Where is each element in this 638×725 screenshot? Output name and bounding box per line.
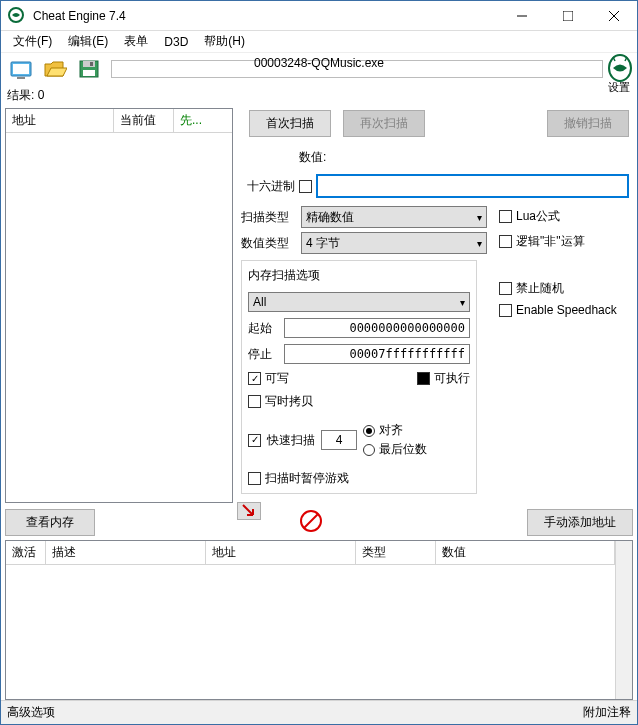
open-process-button[interactable] xyxy=(5,55,37,83)
menu-help[interactable]: 帮助(H) xyxy=(196,31,253,52)
align-label: 对齐 xyxy=(379,422,403,439)
fast-scan-label: 快速扫描 xyxy=(267,432,315,449)
view-memory-button[interactable]: 查看内存 xyxy=(5,509,95,536)
start-address-input[interactable] xyxy=(284,318,470,338)
disable-random-checkbox[interactable] xyxy=(499,282,512,295)
last-digits-radio[interactable] xyxy=(363,444,375,456)
value-input[interactable] xyxy=(316,174,629,198)
advanced-options-link[interactable]: 高级选项 xyxy=(7,704,55,721)
mem-options-title: 内存扫描选项 xyxy=(248,267,470,284)
menu-table[interactable]: 表单 xyxy=(116,31,156,52)
address-table-header: 激活 描述 地址 类型 数值 xyxy=(6,541,615,565)
address-table-body xyxy=(6,565,615,699)
th-desc[interactable]: 描述 xyxy=(46,541,206,564)
pause-game-label: 扫描时暂停游戏 xyxy=(265,470,349,487)
col-previous[interactable]: 先... xyxy=(174,109,232,132)
th-active[interactable]: 激活 xyxy=(6,541,46,564)
not-label: 逻辑"非"运算 xyxy=(516,233,585,250)
chevron-down-icon: ▾ xyxy=(477,238,482,249)
window-title: Cheat Engine 7.4 xyxy=(33,9,499,23)
results-list-body xyxy=(6,133,232,502)
scan-type-select[interactable]: 精确数值 ▾ xyxy=(301,206,487,228)
pause-game-checkbox[interactable] xyxy=(248,472,261,485)
svg-rect-6 xyxy=(13,64,29,74)
col-current[interactable]: 当前值 xyxy=(114,109,174,132)
chevron-down-icon: ▾ xyxy=(477,212,482,223)
hex-label: 十六进制 xyxy=(241,178,295,195)
undo-scan-button: 撤销扫描 xyxy=(547,110,629,137)
mem-region-select[interactable]: All ▾ xyxy=(248,292,470,312)
menubar: 文件(F) 编辑(E) 表单 D3D 帮助(H) xyxy=(1,31,637,53)
table-scrollbar[interactable] xyxy=(615,541,632,699)
th-address[interactable]: 地址 xyxy=(206,541,356,564)
not-checkbox[interactable] xyxy=(499,235,512,248)
start-label: 起始 xyxy=(248,320,278,337)
menu-edit[interactable]: 编辑(E) xyxy=(60,31,116,52)
lua-checkbox[interactable] xyxy=(499,210,512,223)
value-type-select[interactable]: 4 字节 ▾ xyxy=(301,232,487,254)
memory-scan-options: 内存扫描选项 All ▾ 起始 停止 xyxy=(241,260,477,494)
svg-line-14 xyxy=(304,514,318,528)
minimize-button[interactable] xyxy=(499,1,545,31)
writable-label: 可写 xyxy=(265,370,289,387)
scan-type-label: 扫描类型 xyxy=(241,209,295,226)
main-area: 地址 当前值 先... 首次扫描 再次扫描 撤销扫描 数值: 十六进制 扫描类型 xyxy=(1,106,637,505)
value-type-label: 数值类型 xyxy=(241,235,295,252)
menu-d3d[interactable]: D3D xyxy=(156,33,196,51)
results-list[interactable]: 地址 当前值 先... xyxy=(5,108,233,503)
lua-label: Lua公式 xyxy=(516,208,560,225)
col-address[interactable]: 地址 xyxy=(6,109,114,132)
copy-on-write-checkbox[interactable] xyxy=(248,395,261,408)
th-value[interactable]: 数值 xyxy=(436,541,615,564)
svg-rect-10 xyxy=(90,62,93,66)
titlebar: Cheat Engine 7.4 xyxy=(1,1,637,31)
svg-rect-2 xyxy=(563,11,573,21)
results-list-header: 地址 当前值 先... xyxy=(6,109,232,133)
value-label: 数值: xyxy=(299,149,326,166)
last-digits-label: 最后位数 xyxy=(379,441,427,458)
fast-scan-value-input[interactable] xyxy=(321,430,357,450)
svg-rect-7 xyxy=(17,77,25,79)
process-name-label: 00003248-QQMusic.exe xyxy=(254,56,384,70)
open-file-button[interactable] xyxy=(39,55,71,83)
settings-link[interactable]: 设置 xyxy=(608,80,630,95)
add-address-manual-button[interactable]: 手动添加地址 xyxy=(527,509,633,536)
executable-checkbox[interactable] xyxy=(417,372,430,385)
stop-label: 停止 xyxy=(248,346,278,363)
svg-rect-9 xyxy=(83,61,95,67)
align-radio[interactable] xyxy=(363,425,375,437)
th-type[interactable]: 类型 xyxy=(356,541,436,564)
save-button[interactable] xyxy=(73,55,105,83)
svg-rect-11 xyxy=(83,70,95,76)
copy-on-write-label: 写时拷贝 xyxy=(265,393,313,410)
no-symbol-icon xyxy=(299,522,323,536)
stop-address-input[interactable] xyxy=(284,344,470,364)
disable-random-label: 禁止随机 xyxy=(516,280,564,297)
chevron-down-icon: ▾ xyxy=(460,297,465,308)
maximize-button[interactable] xyxy=(545,1,591,31)
statusbar: 高级选项 附加注释 xyxy=(1,700,637,724)
toolbar: 00003248-QQMusic.exe xyxy=(1,53,637,85)
next-scan-button: 再次扫描 xyxy=(343,110,425,137)
executable-label: 可执行 xyxy=(434,370,470,387)
table-comment-link[interactable]: 附加注释 xyxy=(583,704,631,721)
results-count-label: 结果: 0 xyxy=(1,85,637,106)
app-icon xyxy=(7,6,27,26)
speedhack-checkbox[interactable] xyxy=(499,304,512,317)
fast-scan-checkbox[interactable] xyxy=(248,434,261,447)
mid-toolbar: 查看内存 手动添加地址 xyxy=(1,505,637,540)
scan-panel: 首次扫描 再次扫描 撤销扫描 数值: 十六进制 扫描类型 精确数值 ▾ xyxy=(233,106,637,505)
hex-checkbox[interactable] xyxy=(299,180,312,193)
speedhack-label: Enable Speedhack xyxy=(516,303,617,317)
writable-checkbox[interactable] xyxy=(248,372,261,385)
address-table[interactable]: 激活 描述 地址 类型 数值 xyxy=(5,540,633,700)
menu-file[interactable]: 文件(F) xyxy=(5,31,60,52)
close-button[interactable] xyxy=(591,1,637,31)
first-scan-button[interactable]: 首次扫描 xyxy=(249,110,331,137)
